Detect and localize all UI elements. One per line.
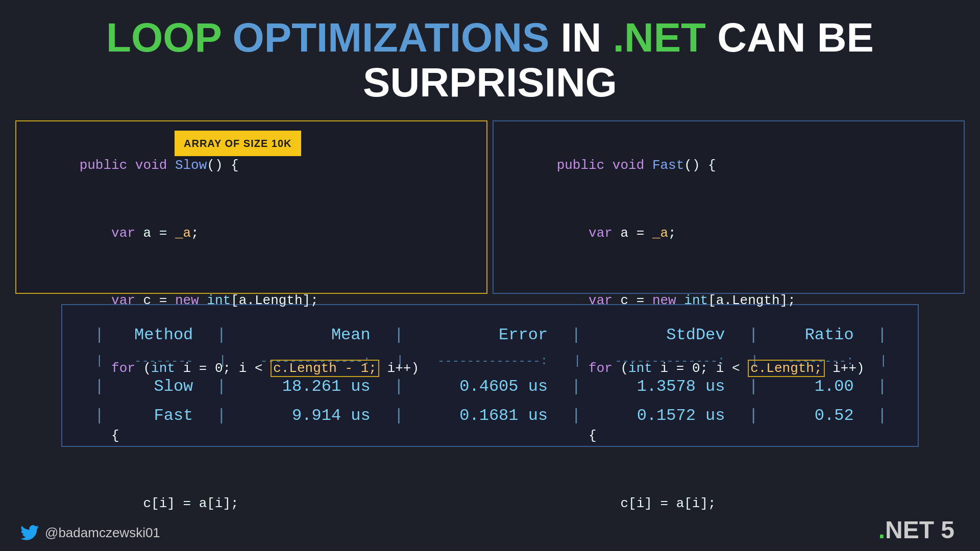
net5-text: NET 5	[885, 516, 954, 543]
word-optimizations: OPTIMIZATIONS	[233, 15, 550, 60]
fast-panel: public void Fast() { var a = _a; var c =…	[493, 120, 965, 294]
slow-line4: for (int i = 0; i < c.Length - 1; i++)	[32, 335, 471, 403]
slow-panel: ARRAY OF SIZE 10K public void Slow() { v…	[15, 120, 487, 294]
net5-badge: .NET 5	[878, 516, 954, 544]
fast-line1: public void Fast() {	[509, 132, 948, 199]
word-can-be: CAN BE	[717, 15, 874, 60]
twitter-handle: @badamczewski01	[45, 525, 160, 541]
fast-highlight: c.Length;	[748, 360, 824, 377]
footer: @badamczewski01	[20, 523, 160, 542]
word-in: IN	[561, 15, 613, 60]
code-panels: ARRAY OF SIZE 10K public void Slow() { v…	[15, 120, 965, 294]
fast-line2: var a = _a;	[509, 199, 948, 267]
title-line1: LOOP OPTIMIZATIONS IN .NET CAN BE	[31, 15, 949, 60]
slow-highlight: c.Length - 1;	[271, 360, 379, 377]
fast-line4: for (int i = 0; i < c.Length; i++)	[509, 335, 948, 403]
fast-line3: var c = new int[a.Length];	[509, 267, 948, 335]
twitter-icon	[20, 523, 39, 542]
net5-dot: .	[878, 516, 885, 543]
slow-line2: var a = _a;	[32, 199, 471, 267]
title-area: LOOP OPTIMIZATIONS IN .NET CAN BE SURPRI…	[0, 0, 980, 115]
slow-line3: var c = new int[a.Length];	[32, 267, 471, 335]
word-loop: LOOP	[106, 15, 221, 60]
annotation-bubble: ARRAY OF SIZE 10K	[175, 131, 301, 156]
fast-line5: {	[509, 402, 948, 470]
word-net: .NET	[613, 15, 706, 60]
slow-line5: {	[32, 402, 471, 470]
title-line2: SURPRISING	[31, 60, 949, 105]
